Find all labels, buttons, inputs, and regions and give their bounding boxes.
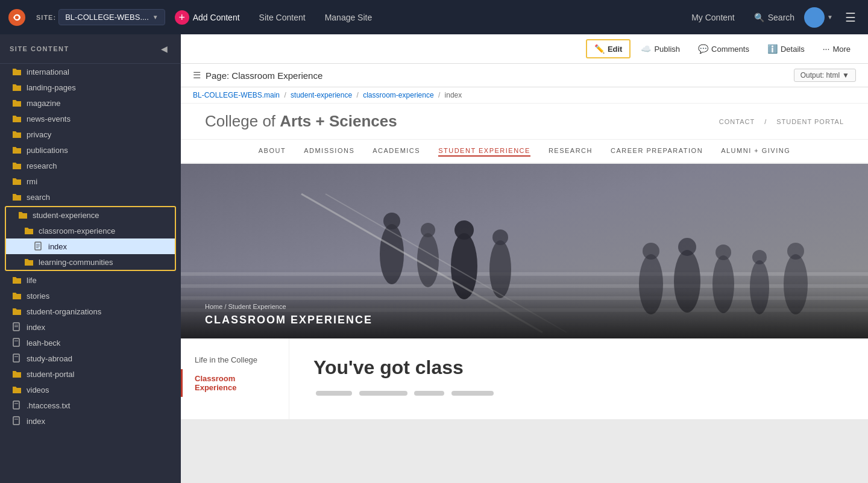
- breadcrumb-current: index: [445, 91, 462, 99]
- sidebar-item-student-organizations[interactable]: student-organizations: [0, 304, 181, 319]
- breadcrumb-part2-link[interactable]: classroom-experience: [363, 91, 433, 99]
- folder-icon: [12, 145, 22, 155]
- sidebar-item-rmi[interactable]: rmi: [0, 173, 181, 189]
- user-menu-chevron-icon[interactable]: ▼: [827, 14, 833, 20]
- folder-icon: [12, 275, 22, 285]
- contact-link[interactable]: CONTACT: [719, 118, 755, 125]
- publish-button[interactable]: ☁️ Publish: [633, 40, 688, 58]
- sidebar-item-privacy[interactable]: privacy: [0, 126, 181, 142]
- sidebar-item-stories[interactable]: stories: [0, 288, 181, 304]
- hamburger-menu-button[interactable]: ☰: [840, 10, 861, 25]
- folder-icon: [18, 210, 28, 220]
- file-icon: [12, 400, 22, 410]
- site-label: SITE:: [36, 14, 56, 21]
- edit-button[interactable]: ✏️ Edit: [586, 39, 631, 58]
- sidebar-item-label: classroom-experience: [39, 226, 115, 235]
- more-button[interactable]: ··· More: [815, 40, 858, 58]
- sidebar-item-search[interactable]: search: [0, 189, 181, 205]
- sidebar-item-label: rmi: [27, 177, 37, 186]
- breadcrumb-part1-link[interactable]: student-experience: [291, 91, 352, 99]
- folder-icon: [12, 83, 22, 92]
- sidebar-item-label: index: [27, 323, 45, 332]
- sidebar-item-news-events[interactable]: news-events: [0, 111, 181, 126]
- site-header: College of Arts + Sciences CONTACT / STU…: [181, 104, 868, 140]
- add-content-button[interactable]: + Add Content: [165, 7, 250, 28]
- preview-main-body: [313, 388, 844, 401]
- sidebar-item-publications[interactable]: publications: [0, 142, 181, 158]
- sidebar-item-label: landing-pages: [27, 83, 76, 92]
- sidebar-item-label: student-portal: [27, 370, 75, 379]
- sidebar-item-landing-pages[interactable]: landing-pages: [0, 79, 181, 95]
- details-button[interactable]: ℹ️ Details: [760, 40, 813, 58]
- site-content-button[interactable]: Site Content: [250, 13, 315, 22]
- info-icon: ℹ️: [767, 44, 778, 54]
- my-content-button[interactable]: My Content: [682, 13, 744, 22]
- sidebar-item-index2[interactable]: index: [0, 413, 181, 429]
- sidebar-item-student-portal[interactable]: student-portal: [0, 366, 181, 382]
- nav-about[interactable]: ABOUT: [259, 146, 286, 157]
- page-title: ☰ Page: Classroom Experience: [193, 70, 322, 81]
- sidebar-item-index[interactable]: index: [6, 238, 175, 254]
- lower-content: Life in the College Classroom Experience…: [181, 338, 868, 419]
- manage-site-button[interactable]: Manage Site: [315, 13, 382, 22]
- nav-alumni-giving[interactable]: ALUMNI + GIVING: [721, 146, 790, 157]
- student-portal-link[interactable]: STUDENT PORTAL: [776, 118, 844, 125]
- folder-icon: [12, 385, 22, 394]
- user-avatar: [804, 7, 825, 28]
- sidebar-item-study-abroad[interactable]: study-abroad: [0, 351, 181, 366]
- folder-icon: [12, 176, 22, 186]
- file-icon: [12, 416, 22, 426]
- page-icon: ☰: [193, 70, 201, 81]
- student-experience-group: student-experience classroom-experience …: [5, 206, 176, 271]
- preview-container: College of Arts + Sciences CONTACT / STU…: [181, 104, 868, 419]
- nav-academics[interactable]: ACADEMICS: [373, 146, 420, 157]
- ellipsis-icon: ···: [823, 44, 830, 54]
- sidebar-item-videos[interactable]: videos: [0, 382, 181, 397]
- nav-career-preparation[interactable]: CAREER PREPARATION: [611, 146, 703, 157]
- preview-sidebar-nav: Life in the College Classroom Experience: [181, 338, 289, 419]
- comments-button[interactable]: 💬 Comments: [690, 40, 757, 58]
- logo-area: [7, 8, 27, 27]
- folder-icon: [12, 307, 22, 316]
- nav-admissions[interactable]: ADMISSIONS: [304, 146, 354, 157]
- nav-student-experience[interactable]: STUDENT EXPERIENCE: [438, 146, 530, 157]
- sidebar-item-international[interactable]: international: [0, 64, 181, 79]
- sidebar-item-label: .htaccess.txt: [27, 401, 70, 410]
- file-icon: [12, 338, 22, 347]
- sidebar-item-student-experience[interactable]: student-experience: [6, 207, 175, 223]
- nav-research[interactable]: RESEARCH: [549, 146, 593, 157]
- folder-icon: [12, 291, 22, 301]
- sidebar-item-label: life: [27, 276, 37, 285]
- folder-icon: [24, 226, 34, 235]
- sidebar-item-label: publications: [27, 146, 68, 155]
- search-button[interactable]: 🔍 Search: [744, 13, 804, 22]
- sidebar-item-magazine[interactable]: magazine: [0, 95, 181, 111]
- site-selector[interactable]: BL-COLLEGE-WEBS.... ▼: [58, 9, 165, 25]
- svg-rect-11: [13, 354, 19, 362]
- folder-icon: [12, 129, 22, 139]
- sidebar-item-htaccess[interactable]: .htaccess.txt: [0, 397, 181, 413]
- hero-image: Home / Student Experience CLASSROOM EXPE…: [181, 164, 868, 338]
- preview-nav-classroom[interactable]: Classroom Experience: [181, 369, 289, 397]
- content-toolbar: ✏️ Edit ☁️ Publish 💬 Comments ℹ️ Details…: [181, 34, 868, 64]
- hero-overlay: Home / Student Experience CLASSROOM EXPE…: [181, 291, 868, 338]
- folder-icon: [12, 67, 22, 76]
- add-content-label: Add Content: [193, 13, 240, 22]
- sidebar-collapse-button[interactable]: ◀: [157, 42, 171, 56]
- plus-icon: +: [175, 10, 189, 25]
- svg-rect-9: [13, 338, 19, 346]
- search-icon: 🔍: [754, 13, 764, 22]
- breadcrumb-root-link[interactable]: BL-COLLEGE-WEBS.main: [193, 91, 280, 99]
- output-selector[interactable]: Output: html ▼: [794, 69, 856, 82]
- folder-icon: [12, 161, 22, 170]
- hero-title: CLASSROOM EXPERIENCE: [205, 314, 844, 326]
- sidebar-item-learning-communities[interactable]: learning-communities: [6, 254, 175, 270]
- sidebar-item-research[interactable]: research: [0, 158, 181, 173]
- chevron-down-icon: ▼: [153, 14, 159, 20]
- sidebar-item-classroom-experience[interactable]: classroom-experience: [6, 223, 175, 238]
- sidebar-item-leah-beck[interactable]: leah-beck: [0, 335, 181, 351]
- preview-nav-life[interactable]: Life in the College: [181, 351, 289, 369]
- breadcrumb: BL-COLLEGE-WEBS.main / student-experienc…: [181, 87, 868, 104]
- sidebar-item-life[interactable]: life: [0, 272, 181, 288]
- sidebar-item-index-root[interactable]: index: [0, 319, 181, 335]
